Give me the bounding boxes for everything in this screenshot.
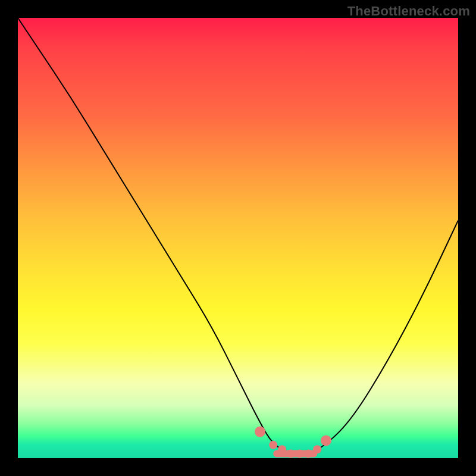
attribution-label: TheBottleneck.com xyxy=(347,4,470,19)
gradient-background xyxy=(18,18,458,458)
chart-frame: TheBottleneck.com xyxy=(0,0,476,476)
plot-area xyxy=(18,18,458,458)
